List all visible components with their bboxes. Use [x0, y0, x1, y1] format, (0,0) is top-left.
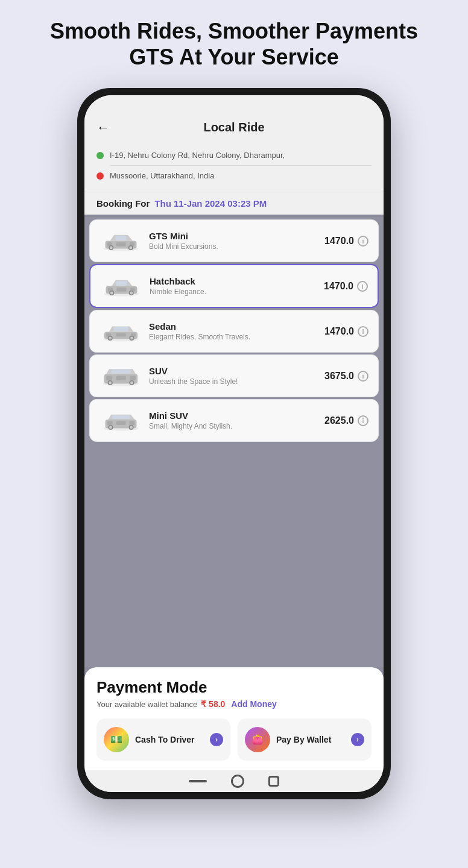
svg-rect-23 [116, 333, 125, 337]
ride-name-mini-suv: Mini SUV [149, 410, 317, 421]
cash-to-driver-option[interactable]: 💵 Cash To Driver › [96, 719, 230, 761]
ride-name-suv: SUV [149, 366, 317, 376]
ride-card-suv[interactable]: SUV Unleash the Space in Style! 3675.0 i [89, 354, 379, 397]
svg-rect-44 [129, 421, 134, 425]
ride-info-sedan: Sedan Elegant Rides, Smooth Travels. [149, 321, 317, 341]
wallet-balance-label: Your available wallet balance [96, 700, 197, 709]
svg-rect-43 [116, 421, 125, 425]
svg-rect-32 [106, 376, 112, 380]
page-headline: Smooth Rides, Smoother Payments GTS At Y… [26, 18, 442, 70]
info-icon-suv[interactable]: i [358, 371, 368, 382]
car-icon-suv [100, 362, 142, 389]
svg-rect-3 [116, 242, 125, 247]
payment-title: Payment Mode [96, 678, 372, 697]
cash-chevron-icon: › [210, 733, 223, 746]
wallet-option-label: Pay By Wallet [276, 735, 345, 744]
ride-desc-gts-mini: Bold Mini Excursions. [149, 242, 317, 251]
add-money-button[interactable]: Add Money [231, 699, 276, 709]
ride-card-mini-suv[interactable]: Mini SUV Small, Mighty And Stylish. 2625… [89, 399, 379, 442]
svg-point-6 [109, 246, 112, 249]
ride-name-hatchback: Hatchback [150, 276, 317, 286]
booking-datetime: Thu 11-Jan 2024 03:23 PM [154, 198, 267, 209]
booking-label: Booking For [96, 198, 150, 209]
svg-point-38 [130, 381, 133, 384]
ride-desc-suv: Unleash the Space in Style! [149, 377, 317, 386]
ride-card-gts-mini[interactable]: GTS Mini Bold Mini Excursions. 1470.0 i [89, 219, 379, 262]
bottom-bar-line [189, 780, 207, 782]
ride-name-sedan: Sedan [149, 321, 317, 332]
car-icon-gts-mini [100, 227, 142, 254]
svg-point-48 [130, 426, 133, 429]
pickup-dot [96, 152, 104, 159]
wallet-icon: 👛 [245, 727, 270, 752]
ride-price-gts-mini: 1470.0 i [324, 236, 368, 247]
svg-point-18 [130, 291, 133, 294]
ride-desc-mini-suv: Small, Mighty And Stylish. [149, 422, 317, 430]
svg-rect-42 [107, 421, 112, 425]
ride-desc-hatchback: Nimble Elegance. [150, 288, 317, 296]
booking-bar: Booking For Thu 11-Jan 2024 03:23 PM [84, 192, 384, 215]
ride-price-hatchback: 1470.0 i [324, 281, 368, 292]
ride-info-mini-suv: Mini SUV Small, Mighty And Stylish. [149, 410, 317, 430]
back-button[interactable]: ← [96, 120, 110, 136]
svg-point-36 [109, 381, 112, 384]
dropoff-text: Mussoorie, Uttarakhand, India [110, 171, 214, 180]
ride-card-sedan[interactable]: Sedan Elegant Rides, Smooth Travels. 147… [89, 310, 379, 353]
ride-card-hatchback[interactable]: Hatchback Nimble Elegance. 1470.0 i [89, 264, 379, 308]
ride-list: GTS Mini Bold Mini Excursions. 1470.0 i [84, 217, 384, 667]
location-divider [110, 165, 372, 166]
car-icon-sedan [100, 318, 142, 345]
svg-point-8 [129, 246, 132, 249]
svg-point-26 [109, 336, 112, 339]
pickup-row: I-19, Nehru Colony Rd, Nehru Colony, Dha… [96, 148, 372, 163]
dropoff-dot [96, 172, 104, 180]
status-bar [84, 95, 384, 113]
ride-info-gts-mini: GTS Mini Bold Mini Excursions. [149, 231, 317, 251]
app-content: ← Local Ride I-19, Nehru Colony Rd, Nehr… [84, 113, 384, 792]
phone-frame: ← Local Ride I-19, Nehru Colony Rd, Nehr… [77, 88, 391, 799]
cash-option-label: Cash To Driver [135, 735, 204, 744]
svg-rect-33 [116, 376, 125, 380]
pay-by-wallet-option[interactable]: 👛 Pay By Wallet › [238, 719, 372, 761]
wallet-chevron-icon: › [351, 733, 364, 746]
svg-rect-34 [130, 376, 136, 380]
header-title: Local Ride [203, 121, 264, 134]
svg-rect-49 [112, 415, 129, 420]
info-icon-gts-mini[interactable]: i [358, 236, 368, 247]
wallet-balance-row: Your available wallet balance ₹ 58.0 Add… [96, 699, 372, 709]
ride-desc-sedan: Elegant Rides, Smooth Travels. [149, 333, 317, 341]
payment-section: Payment Mode Your available wallet balan… [84, 667, 384, 770]
info-icon-hatchback[interactable]: i [357, 281, 368, 292]
car-icon-hatchback [100, 272, 142, 300]
cash-icon: 💵 [104, 727, 129, 752]
payment-options: 💵 Cash To Driver › 👛 Pay By W [96, 719, 372, 761]
svg-rect-9 [115, 236, 126, 241]
svg-point-28 [130, 336, 133, 339]
svg-rect-19 [116, 281, 127, 286]
bottom-bar-circle [231, 775, 244, 788]
app-header: ← Local Ride [84, 113, 384, 142]
svg-rect-39 [111, 370, 131, 374]
info-icon-sedan[interactable]: i [358, 326, 368, 337]
ride-info-suv: SUV Unleash the Space in Style! [149, 366, 317, 386]
bottom-bar-square [268, 776, 279, 787]
dropoff-row: Mussoorie, Uttarakhand, India [96, 168, 372, 183]
pickup-text: I-19, Nehru Colony Rd, Nehru Colony, Dha… [110, 151, 285, 160]
svg-point-46 [109, 426, 112, 429]
ride-name-gts-mini: GTS Mini [149, 231, 317, 241]
car-icon-mini-suv [100, 407, 142, 434]
ride-info-hatchback: Hatchback Nimble Elegance. [150, 276, 317, 296]
location-section: I-19, Nehru Colony Rd, Nehru Colony, Dha… [84, 142, 384, 192]
wallet-amount: ₹ 58.0 [201, 699, 225, 709]
info-icon-mini-suv[interactable]: i [358, 415, 368, 426]
svg-text:💵: 💵 [110, 734, 122, 745]
svg-text:👛: 👛 [251, 734, 264, 745]
ride-price-mini-suv: 2625.0 i [324, 415, 368, 426]
svg-point-16 [110, 291, 113, 294]
ride-price-sedan: 1470.0 i [324, 326, 368, 337]
ride-price-suv: 3675.0 i [324, 371, 368, 382]
svg-rect-13 [116, 288, 126, 292]
svg-rect-29 [113, 327, 128, 331]
phone-screen: ← Local Ride I-19, Nehru Colony Rd, Nehr… [84, 95, 384, 792]
phone-bottom-bar [84, 770, 384, 792]
